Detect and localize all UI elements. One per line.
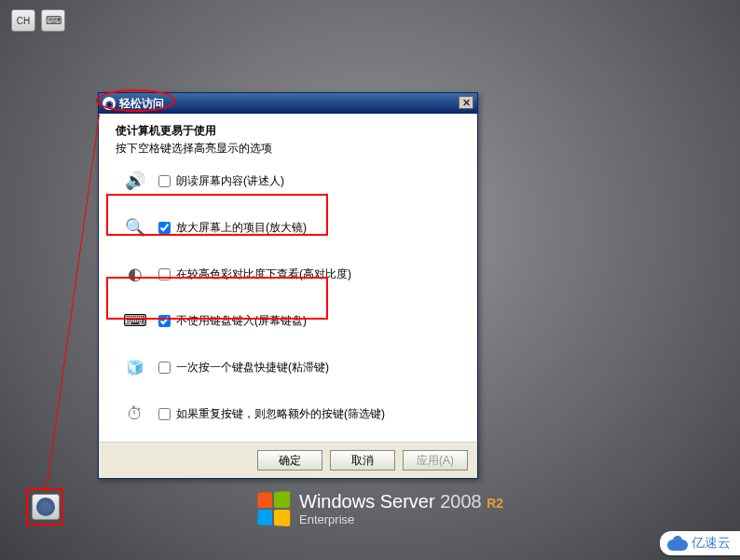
windows-logo-icon	[257, 491, 290, 526]
ease-of-access-button[interactable]	[32, 494, 60, 520]
close-button[interactable]: ✕	[459, 96, 473, 109]
product-edition: Enterprise	[299, 512, 503, 526]
dialog-button-bar: 确定 取消 应用(A)	[99, 442, 477, 478]
option-sticky-keys[interactable]: 一次按一个键盘快捷键(粘滞键)	[116, 354, 460, 380]
dialog-body: 使计算机更易于使用 按下空格键选择高亮显示的选项 朗读屏幕内容(讲述人) 放大屏…	[99, 114, 477, 442]
ease-of-access-dialog: ◉ 轻松访问 ✕ 使计算机更易于使用 按下空格键选择高亮显示的选项 朗读屏幕内容…	[98, 92, 478, 479]
sticky-keys-icon	[121, 354, 149, 380]
product-suffix: R2	[486, 496, 503, 511]
checkbox-narrator[interactable]	[158, 175, 171, 187]
contrast-icon	[121, 261, 149, 287]
option-magnifier[interactable]: 放大屏幕上的项目(放大镜)	[116, 214, 460, 240]
dialog-heading: 使计算机更易于使用	[116, 123, 460, 139]
titlebar[interactable]: ◉ 轻松访问 ✕	[99, 93, 477, 114]
option-label: 一次按一个键盘快捷键(粘滞键)	[176, 360, 329, 376]
option-label: 如果重复按键，则忽略额外的按键(筛选键)	[176, 406, 385, 422]
watermark-text: 亿速云	[692, 535, 731, 552]
option-contrast[interactable]: 在较高色彩对比度下查看(高对比度)	[116, 261, 460, 287]
checkbox-onscreen-keyboard[interactable]	[158, 315, 171, 327]
magnifier-icon	[121, 214, 149, 240]
ease-of-access-gear-icon	[36, 498, 55, 516]
checkbox-contrast[interactable]	[158, 268, 171, 280]
product-year: 2008	[440, 491, 482, 512]
option-onscreen-keyboard[interactable]: 不使用键盘键入(屏幕键盘)	[116, 307, 460, 334]
cancel-button[interactable]: 取消	[330, 450, 395, 471]
watermark-badge: 亿速云	[660, 531, 740, 555]
ime-language-label: CH	[17, 16, 30, 26]
option-label: 不使用键盘键入(屏幕键盘)	[176, 313, 307, 329]
option-label: 朗读屏幕内容(讲述人)	[176, 173, 284, 189]
checkbox-magnifier[interactable]	[158, 222, 171, 234]
branding-text: Windows Server 2008 R2 Enterprise	[299, 491, 503, 526]
checkbox-filter-keys[interactable]	[158, 408, 171, 420]
annotation-connector-line	[46, 115, 100, 493]
ime-keyboard-button[interactable]: ⌨	[41, 9, 65, 32]
ease-of-access-icon: ◉	[103, 97, 116, 110]
dialog-subheading: 按下空格键选择高亮显示的选项	[116, 141, 460, 157]
keyboard-icon: ⌨	[46, 14, 62, 27]
option-filter-keys[interactable]: 如果重复按键，则忽略额外的按键(筛选键)	[116, 401, 460, 427]
product-name: Windows Server	[299, 491, 435, 512]
close-icon: ✕	[462, 97, 471, 109]
checkbox-sticky-keys[interactable]	[158, 362, 171, 374]
apply-button[interactable]: 应用(A)	[403, 450, 468, 471]
cloud-icon	[667, 536, 688, 551]
windows-branding: Windows Server 2008 R2 Enterprise	[256, 491, 503, 526]
option-label: 放大屏幕上的项目(放大镜)	[176, 220, 307, 236]
filter-keys-icon	[121, 401, 149, 427]
ime-language-button[interactable]: CH	[11, 9, 35, 32]
onscreen-keyboard-icon	[121, 307, 149, 334]
option-label: 在较高色彩对比度下查看(高对比度)	[176, 266, 351, 282]
narrator-icon	[121, 168, 149, 194]
ok-button[interactable]: 确定	[257, 450, 322, 471]
window-title: 轻松访问	[119, 96, 164, 112]
option-narrator[interactable]: 朗读屏幕内容(讲述人)	[116, 168, 460, 194]
